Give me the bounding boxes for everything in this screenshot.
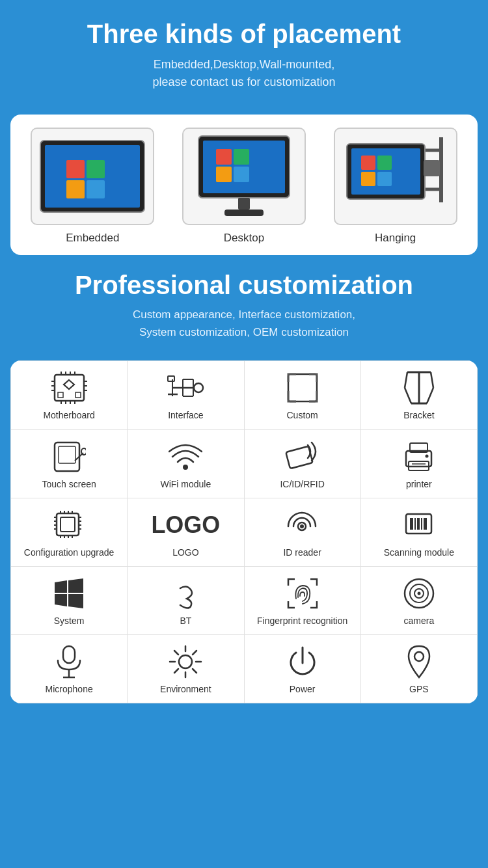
svg-rect-13: [224, 210, 264, 216]
svg-rect-105: [63, 646, 75, 663]
motherboard-label: Motherboard: [43, 409, 94, 421]
wifi-icon: [166, 441, 205, 473]
motherboard-icon: [49, 372, 88, 404]
svg-rect-3: [87, 160, 105, 178]
placement-embedded: Embedded: [27, 128, 157, 245]
touchscreen-icon: [49, 441, 88, 473]
svg-point-108: [179, 655, 192, 668]
placement-desktop: Desktop: [179, 128, 309, 245]
gps-label: GPS: [409, 683, 429, 695]
printer-icon: [400, 441, 439, 473]
fingerprint-label: Fingerprint recognition: [257, 615, 347, 627]
svg-rect-54: [288, 374, 317, 401]
svg-line-113: [174, 651, 178, 655]
svg-point-42: [194, 383, 203, 392]
svg-rect-19: [361, 156, 375, 170]
svg-rect-41: [75, 392, 81, 398]
camera-icon: [400, 577, 439, 610]
desktop-image: [182, 128, 306, 225]
system-label: System: [54, 615, 85, 627]
idreader-icon: [283, 509, 322, 541]
bt-label: BT: [180, 615, 191, 627]
fingerprint-icon: [283, 577, 322, 610]
svg-line-57: [405, 372, 407, 388]
interface-label: Interface: [168, 409, 203, 421]
cell-system: System: [11, 566, 128, 634]
wifi-label: WiFi module: [160, 478, 211, 490]
power-label: Power: [290, 683, 316, 695]
microphone-icon: [49, 645, 88, 678]
grid-row-2: Touch screen: [11, 429, 478, 498]
svg-rect-9: [234, 149, 249, 165]
svg-rect-21: [361, 172, 375, 186]
environment-icon: [166, 645, 205, 678]
svg-rect-98: [421, 518, 422, 530]
svg-point-66: [183, 465, 188, 470]
cell-bt: BT: [128, 566, 244, 634]
svg-line-115: [193, 651, 197, 655]
svg-rect-4: [66, 180, 85, 198]
svg-rect-8: [216, 149, 232, 165]
hanging-image: [334, 128, 457, 225]
cell-custom: Custom: [244, 361, 360, 429]
svg-line-60: [427, 388, 433, 403]
logo-text: LOGO: [151, 511, 220, 539]
customization-grid: Motherboard: [10, 360, 478, 703]
grid-row-5: Microphone: [11, 635, 478, 703]
rfid-label: IC/ID/RFID: [280, 478, 324, 490]
cell-config: Configuration upgrade: [11, 498, 128, 566]
microphone-label: Microphone: [46, 683, 93, 695]
svg-rect-46: [168, 376, 174, 381]
cell-gps: GPS: [360, 635, 477, 703]
cell-touchscreen: Touch screen: [11, 429, 128, 498]
custom-icon: [283, 372, 322, 404]
svg-rect-99: [424, 518, 427, 530]
svg-line-59: [405, 388, 411, 403]
cell-camera: camera: [360, 566, 477, 634]
touchscreen-label: Touch screen: [42, 478, 96, 490]
svg-rect-12: [238, 198, 250, 210]
embedded-label: Embedded: [66, 232, 119, 245]
config-label: Configuration upgrade: [24, 547, 115, 558]
svg-line-114: [193, 669, 197, 673]
logo-label: LOGO: [172, 547, 198, 558]
bracket-icon: [400, 372, 439, 404]
svg-point-104: [417, 591, 420, 595]
svg-rect-63: [59, 446, 75, 463]
grid-row-1: Motherboard: [11, 361, 478, 429]
placement-hanging: Hanging: [331, 128, 461, 245]
svg-rect-18: [351, 148, 420, 195]
cell-interface: Interface: [128, 361, 244, 429]
top-subtitle: Embedded,Desktop,Wall-mounted, please co…: [13, 56, 475, 91]
grid-row-3: Configuration upgrade LOGO LOGO: [11, 498, 478, 566]
cell-wifi: WiFi module: [128, 429, 244, 498]
placement-container: Embedded Desktop: [10, 115, 478, 255]
cell-motherboard: Motherboard: [11, 361, 128, 429]
grid-table: Motherboard: [10, 360, 478, 703]
cell-rfid: IC/ID/RFID: [244, 429, 360, 498]
cell-printer: printer: [360, 429, 477, 498]
svg-marker-25: [64, 380, 74, 389]
svg-line-58: [431, 372, 433, 388]
scanning-icon: [400, 509, 439, 541]
svg-rect-75: [61, 517, 75, 532]
svg-point-65: [81, 448, 86, 455]
desktop-label: Desktop: [224, 232, 264, 245]
svg-rect-40: [58, 392, 63, 398]
bt-icon: [166, 577, 205, 610]
svg-rect-2: [66, 160, 85, 178]
svg-line-116: [174, 669, 178, 673]
cell-microphone: Microphone: [11, 635, 128, 703]
svg-rect-10: [216, 167, 232, 182]
camera-label: camera: [404, 615, 435, 627]
pro-title: Professional customization: [13, 271, 475, 299]
rfid-icon: [283, 441, 322, 473]
grid-row-4: System BT: [11, 566, 478, 634]
svg-point-118: [414, 652, 424, 661]
page-title: Three kinds of placement: [13, 20, 475, 48]
cell-idreader: ID reader: [244, 498, 360, 566]
scanning-label: Scanning module: [384, 547, 454, 558]
desktop-monitor-svg: [189, 131, 299, 222]
svg-rect-11: [234, 167, 249, 182]
cell-environment: Environment: [128, 635, 244, 703]
